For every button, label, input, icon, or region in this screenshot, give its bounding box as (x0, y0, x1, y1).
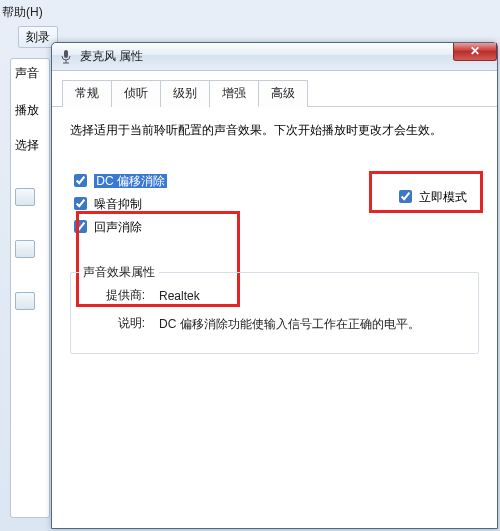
immediate-mode-checkbox[interactable]: 立即模式 (395, 187, 467, 206)
description-value: DC 偏移消除功能使输入信号工作在正确的电平。 (159, 315, 466, 333)
background-sound-window: 声音 播放 选择 (10, 58, 50, 518)
effect-properties-group: 声音效果属性 提供商: Realtek 说明: DC 偏移消除功能使输入信号工作… (70, 272, 479, 354)
select-label: 选择 (15, 137, 45, 154)
sound-heading: 声音 (15, 65, 45, 82)
tab-general[interactable]: 常规 (62, 80, 112, 107)
effect-properties-legend: 声音效果属性 (79, 264, 159, 281)
effect-dc-offset-input[interactable] (74, 174, 87, 187)
dialog-title: 麦克风 属性 (80, 48, 143, 65)
effect-noise-suppress-label: 噪音抑制 (94, 197, 142, 211)
effect-echo-cancel-label: 回声消除 (94, 220, 142, 234)
tab-strip: 常规 侦听 级别 增强 高级 (52, 71, 497, 107)
menu-help[interactable]: 帮助(H) (2, 4, 43, 21)
provider-label: 提供商: (83, 287, 145, 305)
close-icon: ✕ (470, 44, 480, 58)
device-item[interactable] (15, 292, 35, 310)
immediate-mode-label: 立即模式 (419, 190, 467, 204)
immediate-mode-input[interactable] (399, 190, 412, 203)
effect-echo-cancel-input[interactable] (74, 220, 87, 233)
tab-enhancements[interactable]: 增强 (210, 80, 259, 107)
svg-rect-0 (64, 50, 68, 58)
effect-noise-suppress-input[interactable] (74, 197, 87, 210)
dialog-titlebar[interactable]: 麦克风 属性 ✕ (52, 43, 497, 71)
device-item[interactable] (15, 240, 35, 258)
device-item[interactable] (15, 188, 35, 206)
tab-levels[interactable]: 级别 (161, 80, 210, 107)
microphone-icon (58, 49, 74, 65)
playback-label: 播放 (15, 102, 45, 119)
effect-dc-offset-label: DC 偏移消除 (94, 174, 167, 188)
enhancements-panel: 选择适用于当前聆听配置的声音效果。下次开始播放时更改才会生效。 立即模式 DC … (52, 107, 497, 368)
microphone-properties-dialog: 麦克风 属性 ✕ 常规 侦听 级别 增强 高级 选择适用于当前聆听配置的声音效果… (51, 42, 498, 529)
instruction-text: 选择适用于当前聆听配置的声音效果。下次开始播放时更改才会生效。 (70, 121, 479, 139)
description-label: 说明: (83, 315, 145, 333)
provider-value: Realtek (159, 287, 466, 305)
effect-echo-cancel[interactable]: 回声消除 (70, 217, 479, 236)
tab-listen[interactable]: 侦听 (112, 80, 161, 107)
close-button[interactable]: ✕ (453, 43, 497, 61)
tab-advanced[interactable]: 高级 (259, 80, 308, 107)
